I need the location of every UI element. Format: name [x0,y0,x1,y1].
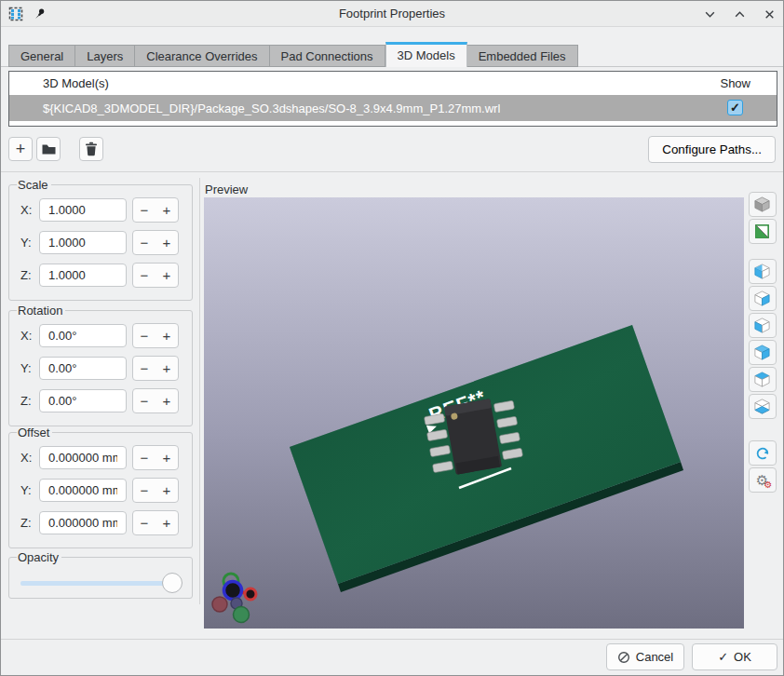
3d-preview-viewport[interactable]: REF** [204,197,744,629]
increment-button[interactable]: + [155,231,178,254]
offset-y-stepper: −+ [132,478,179,503]
increment-button[interactable]: + [155,389,178,412]
tab-3d-models[interactable]: 3D Models [385,42,467,67]
offset-z-stepper: −+ [132,510,179,535]
trash-icon [85,142,98,156]
view-left-icon[interactable] [749,259,777,284]
increment-button[interactable]: + [155,264,178,287]
offset-legend: Offset [17,426,52,439]
tab-general[interactable]: General [8,45,75,67]
model-row[interactable]: ${KICAD8_3DMODEL_DIR}/Package_SO.3dshape… [9,95,777,121]
increment-button[interactable]: + [155,357,178,380]
scale-x-label: X: [20,203,39,217]
view-back-icon[interactable] [749,340,777,365]
decrement-button[interactable]: − [133,479,155,502]
configure-paths-label: Configure Paths... [662,142,762,156]
rotation-z-label: Z: [20,394,39,408]
titlebar: Footprint Properties [1,1,783,27]
view-bottom-icon[interactable] [749,394,777,419]
check-icon: ✓ [730,101,740,115]
decrement-button[interactable]: − [133,324,155,347]
increment-button[interactable]: + [155,511,178,534]
slider-track[interactable] [20,581,181,586]
offset-x-input[interactable] [39,446,127,469]
ok-button[interactable]: ✓ OK [692,643,777,670]
cancel-button[interactable]: Cancel [606,643,684,670]
settings-gears-icon[interactable]: ⚙⚙ [749,467,777,493]
footprint-properties-dialog: Footprint Properties General Layers Clea… [0,0,784,676]
rotation-z-input[interactable] [39,389,127,412]
close-icon[interactable] [761,6,777,22]
ok-label: OK [734,650,751,664]
opacity-group: Opacity [8,550,193,599]
rotation-group: Rotation X: −+ Y: −+ Z: −+ [8,304,193,426]
increment-button[interactable]: + [155,446,178,469]
preview-view-toolbar: ⚙⚙ [747,192,777,494]
cancel-label: Cancel [636,650,673,664]
rotation-x-label: X: [20,329,39,343]
rotation-x-input[interactable] [39,324,127,347]
scale-x-stepper: −+ [132,197,179,223]
scale-y-input[interactable] [39,231,127,254]
3d-board-render: REF** [204,197,744,629]
tabbar: General Layers Clearance Overrides Pad C… [8,42,578,67]
preview-label: Preview [205,183,248,196]
show-checkbox[interactable]: ✓ [727,100,743,115]
model-path: ${KICAD8_3DMODEL_DIR}/Package_SO.3dshape… [9,101,500,115]
scale-x-input[interactable] [39,198,127,222]
model-list: 3D Model(s) Show ${KICAD8_3DMODEL_DIR}/P… [8,71,777,127]
view-front-icon[interactable] [749,313,777,338]
configure-paths-button[interactable]: Configure Paths... [648,136,776,163]
add-model-button[interactable]: + [8,137,33,161]
decrement-button[interactable]: − [133,357,155,380]
view-right-icon[interactable] [749,286,777,311]
tab-embedded-files[interactable]: Embedded Files [467,45,578,67]
tab-clearance-overrides[interactable]: Clearance Overrides [135,45,269,67]
offset-y-input[interactable] [39,479,127,502]
rotation-x-stepper: −+ [132,323,179,348]
ok-check-icon: ✓ [718,650,728,664]
scale-y-label: Y: [20,236,39,250]
gray-cube-icon[interactable] [749,192,777,217]
offset-x-label: X: [20,451,39,465]
increment-button[interactable]: + [155,324,178,347]
offset-group: Offset X: −+ Y: −+ Z: −+ [8,426,193,548]
offset-y-label: Y: [20,483,39,497]
slider-thumb[interactable] [162,573,182,593]
increment-button[interactable]: + [155,198,178,222]
scale-z-input[interactable] [39,264,127,287]
decrement-button[interactable]: − [133,511,155,534]
increment-button[interactable]: + [155,479,178,502]
tab-pad-connections[interactable]: Pad Connections [270,45,385,67]
opacity-legend: Opacity [17,550,61,564]
tab-layers[interactable]: Layers [75,45,135,67]
maximize-icon[interactable] [731,6,748,22]
plus-icon: + [16,140,26,159]
refresh-icon[interactable] [749,440,777,466]
rotation-y-label: Y: [20,361,39,375]
scale-legend: Scale [17,178,51,192]
decrement-button[interactable]: − [133,446,155,469]
offset-z-input[interactable] [39,511,127,534]
decrement-button[interactable]: − [133,198,155,222]
delete-model-button[interactable] [79,137,103,161]
column-3d-models: 3D Model(s) [9,76,109,90]
rotation-z-stepper: −+ [132,388,179,413]
rotation-y-stepper: −+ [132,356,179,381]
decrement-button[interactable]: − [133,264,155,287]
footer-separator [1,639,783,640]
rotation-y-input[interactable] [39,357,127,380]
board-plane-icon[interactable] [749,219,777,244]
cancel-icon [617,651,630,664]
offset-x-stepper: −+ [132,445,179,470]
opacity-slider[interactable] [20,570,181,596]
view-top-icon[interactable] [749,367,777,392]
minimize-icon[interactable] [701,6,718,22]
column-show: Show [720,76,750,90]
decrement-button[interactable]: − [133,231,155,254]
scale-z-stepper: −+ [132,263,179,288]
panel-separator [199,178,200,604]
browse-model-button[interactable] [36,137,61,161]
decrement-button[interactable]: − [133,389,155,412]
rotation-legend: Rotation [17,304,65,318]
